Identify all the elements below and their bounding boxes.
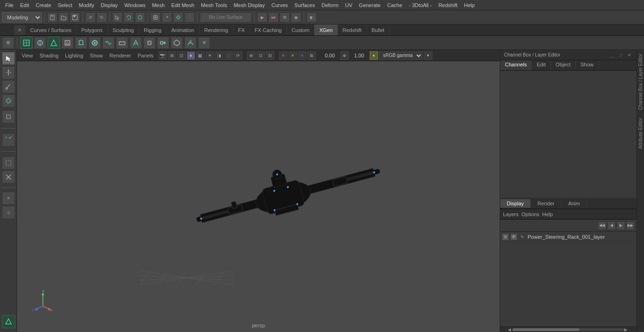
snap-point-button[interactable] bbox=[173, 12, 183, 23]
lasso-tool[interactable] bbox=[124, 12, 134, 23]
menu-surfaces[interactable]: Surfaces bbox=[291, 1, 318, 9]
cb-tab-channels[interactable]: Channels bbox=[500, 60, 532, 70]
layer-row[interactable]: V P ✎ Power_Steering_Rack_001_layer bbox=[500, 232, 636, 242]
tab-fx[interactable]: FX bbox=[233, 24, 250, 35]
layer-scrollbar[interactable]: ◀ ▶ bbox=[500, 326, 636, 332]
cb-tab-edit[interactable]: Edit bbox=[532, 60, 551, 70]
vp-menu-view[interactable]: View bbox=[20, 53, 35, 58]
vp-icon-camera[interactable]: 📷 bbox=[158, 51, 167, 60]
xgen-icon-button[interactable] bbox=[2, 315, 15, 328]
vp-icon-wireframe[interactable]: ⊡ bbox=[177, 51, 186, 60]
mode-selector[interactable]: Modeling Rigging Animation FX Rendering bbox=[2, 12, 42, 23]
shelf-icon-5[interactable] bbox=[75, 37, 87, 49]
vp-icon-srgb[interactable]: ● bbox=[370, 51, 378, 60]
panel-expand[interactable]: □ bbox=[618, 52, 624, 58]
snap-curve-button[interactable]: ⌖ bbox=[162, 12, 172, 23]
axis-button[interactable]: ⊹ bbox=[2, 206, 15, 219]
menu-file[interactable]: File bbox=[2, 1, 17, 9]
render-button[interactable]: ▶ bbox=[257, 12, 267, 23]
tab-rigging[interactable]: Rigging bbox=[139, 24, 166, 35]
soft-select-button[interactable] bbox=[2, 94, 15, 107]
shelf-icon-10[interactable] bbox=[143, 37, 156, 49]
menu-help[interactable]: Help bbox=[461, 1, 478, 9]
open-scene-button[interactable] bbox=[58, 12, 69, 23]
layer-visible-button[interactable]: V bbox=[502, 234, 509, 240]
undo-button[interactable]: ↺ bbox=[85, 12, 96, 23]
ipr-button[interactable]: ◉ bbox=[291, 12, 301, 23]
panel-minimize[interactable]: _ bbox=[609, 52, 616, 58]
layer-tab-display[interactable]: Display bbox=[500, 199, 531, 208]
viewport-3d[interactable]: x y z persp bbox=[17, 61, 500, 332]
menu-mesh-tools[interactable]: Mesh Tools bbox=[198, 1, 230, 9]
shelf-icon-8[interactable] bbox=[116, 37, 128, 49]
vp-icon-gate[interactable]: ⊟ bbox=[266, 51, 274, 60]
vp-menu-lighting[interactable]: Lighting bbox=[63, 53, 85, 58]
layer-tab-anim[interactable]: Anim bbox=[561, 199, 587, 208]
shelf-icon-1[interactable] bbox=[20, 37, 33, 49]
vp-icon-textured[interactable]: ▦ bbox=[196, 51, 205, 60]
color-space-dropdown[interactable]: sRGB gamma Linear bbox=[379, 51, 423, 60]
layer-fwd-button[interactable]: ▶ bbox=[617, 221, 625, 230]
layer-menu-help[interactable]: Help bbox=[542, 211, 553, 217]
vp-icon-res[interactable]: ⊡ bbox=[256, 51, 265, 60]
layer-prev-button[interactable]: ◀◀ bbox=[598, 221, 606, 230]
cb-tab-show[interactable]: Show bbox=[576, 60, 599, 70]
layer-end-button[interactable]: ▶▶ bbox=[626, 221, 635, 230]
tab-sculpting[interactable]: Sculpting bbox=[108, 24, 139, 35]
workspace-switch-btn[interactable]: ≡ bbox=[14, 25, 25, 35]
tab-xgen[interactable]: XGen bbox=[314, 24, 338, 35]
tab-fx-caching[interactable]: FX Caching bbox=[250, 24, 287, 35]
vp-menu-panels[interactable]: Panels bbox=[136, 53, 156, 58]
layer-tab-render[interactable]: Render bbox=[531, 199, 561, 208]
vp-icon-settings[interactable]: ▼ bbox=[424, 51, 432, 60]
paint-select-tool[interactable] bbox=[135, 12, 145, 23]
save-scene-button[interactable] bbox=[70, 12, 80, 23]
sculpt-tool-button[interactable] bbox=[2, 110, 15, 123]
shelf-icon-14[interactable]: ✕ bbox=[198, 37, 210, 49]
tab-bullet[interactable]: Bullet bbox=[367, 24, 390, 35]
select-mode-button[interactable] bbox=[2, 52, 15, 65]
menu-mesh-display[interactable]: Mesh Display bbox=[231, 1, 268, 9]
tab-redshift[interactable]: Redshift bbox=[338, 24, 367, 35]
render-seq-button[interactable]: ⏭ bbox=[268, 12, 279, 23]
snap-button[interactable]: ⌖ bbox=[2, 192, 15, 205]
scrollbar-right[interactable]: ▶ bbox=[624, 327, 629, 332]
menu-generate[interactable]: Generate bbox=[355, 1, 384, 9]
shelf-icon-6[interactable] bbox=[89, 37, 101, 49]
layer-back-button[interactable]: ◀ bbox=[607, 221, 616, 230]
shelf-icon-7[interactable] bbox=[102, 37, 115, 49]
vp-icon-ao[interactable]: ◌ bbox=[224, 51, 233, 60]
rotate-tool-button[interactable] bbox=[2, 133, 15, 146]
marquee-select-button[interactable] bbox=[2, 156, 15, 170]
shelf-icon-4[interactable] bbox=[61, 37, 74, 49]
layer-menu-layers[interactable]: Layers bbox=[503, 211, 519, 217]
paint-tool-button[interactable] bbox=[2, 80, 15, 93]
vp-icon-ortho[interactable]: ⊞ bbox=[307, 51, 316, 60]
menu-curves[interactable]: Curves bbox=[268, 1, 291, 9]
menu-modify[interactable]: Modify bbox=[75, 1, 97, 9]
shelf-icon-9[interactable] bbox=[130, 37, 142, 49]
shelf-icon-3[interactable] bbox=[48, 37, 60, 49]
snap-grid-button[interactable] bbox=[150, 12, 161, 23]
shelf-icon-11[interactable] bbox=[157, 37, 169, 49]
menu-redshift[interactable]: Redshift bbox=[435, 1, 461, 9]
menu-select[interactable]: Select bbox=[55, 1, 76, 9]
move-tool-button[interactable] bbox=[2, 66, 15, 79]
snap-view-button[interactable]: ⋮ bbox=[184, 12, 195, 23]
shelf-icon-12[interactable] bbox=[171, 37, 183, 49]
shelf-icon-2[interactable] bbox=[34, 37, 46, 49]
tab-polygons[interactable]: Polygons bbox=[76, 24, 107, 35]
menu-edit[interactable]: Edit bbox=[17, 1, 33, 9]
vp-icon-grid[interactable]: ⊞ bbox=[168, 51, 176, 60]
menu-mesh[interactable]: Mesh bbox=[149, 1, 168, 9]
live-surface-dropdown[interactable]: No Live Surface bbox=[200, 12, 252, 23]
vp-icon-lighting[interactable]: ☀ bbox=[206, 51, 214, 60]
shelf-icon-13[interactable] bbox=[184, 37, 197, 49]
new-scene-button[interactable] bbox=[47, 12, 58, 23]
vp-icon-aa[interactable]: ⟳ bbox=[234, 51, 242, 60]
menu-create[interactable]: Create bbox=[33, 1, 55, 9]
channel-box-tab-label[interactable]: Channel Box / Layer Editor bbox=[638, 50, 643, 114]
show-hide-button[interactable]: ◐ bbox=[306, 12, 317, 23]
vp-icon-shaded[interactable]: ■ bbox=[187, 51, 195, 60]
redo-button[interactable]: ↻ bbox=[97, 12, 107, 23]
